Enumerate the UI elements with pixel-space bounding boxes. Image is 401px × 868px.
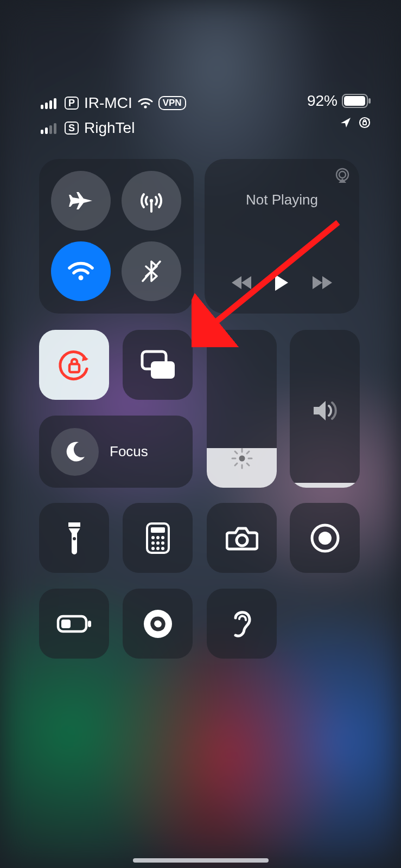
status-right-indicators bbox=[340, 116, 371, 129]
antenna-icon bbox=[137, 187, 166, 215]
carrier-1-label: IR-MCI bbox=[84, 94, 132, 112]
svg-point-12 bbox=[360, 118, 370, 127]
svg-rect-0 bbox=[41, 105, 43, 109]
connectivity-platter[interactable] bbox=[39, 159, 194, 314]
airplay-audio-icon[interactable] bbox=[333, 167, 352, 185]
ear-icon bbox=[230, 608, 254, 640]
sim-type-badge: P bbox=[65, 97, 79, 110]
status-row-secondary: S RighTel bbox=[41, 117, 371, 139]
shazam-button[interactable] bbox=[123, 589, 193, 659]
shazam-icon bbox=[143, 609, 173, 639]
svg-rect-22 bbox=[151, 361, 175, 379]
rotation-lock-icon bbox=[56, 347, 92, 383]
svg-point-40 bbox=[156, 541, 160, 545]
screen-mirroring-button[interactable] bbox=[123, 330, 193, 400]
svg-rect-20 bbox=[69, 364, 79, 372]
brightness-icon bbox=[207, 446, 277, 470]
focus-circle bbox=[51, 428, 99, 476]
svg-rect-9 bbox=[45, 127, 48, 134]
svg-point-37 bbox=[156, 536, 160, 539]
control-center: P IR-MCI VPN 92% S RighTel bbox=[0, 0, 401, 868]
svg-rect-1 bbox=[45, 103, 48, 109]
wifi-icon bbox=[138, 97, 153, 109]
flashlight-icon bbox=[65, 520, 84, 556]
svg-point-47 bbox=[319, 532, 332, 545]
camera-icon bbox=[226, 525, 258, 551]
battery-low-icon bbox=[56, 614, 92, 634]
wifi-icon bbox=[66, 256, 96, 286]
sim-type-badge-2: S bbox=[65, 122, 79, 135]
hearing-button[interactable] bbox=[207, 589, 277, 659]
svg-rect-6 bbox=[344, 96, 365, 106]
brightness-slider[interactable] bbox=[207, 330, 277, 488]
calculator-button[interactable] bbox=[123, 503, 193, 573]
svg-point-43 bbox=[156, 547, 160, 550]
battery-icon bbox=[342, 94, 371, 108]
orientation-lock-toggle[interactable] bbox=[39, 330, 109, 400]
svg-rect-32 bbox=[68, 527, 80, 528]
fast-forward-button[interactable] bbox=[309, 275, 333, 291]
status-bar: P IR-MCI VPN 92% S RighTel bbox=[41, 92, 371, 139]
cellular-data-toggle[interactable] bbox=[122, 171, 181, 231]
carrier-2-label: RighTel bbox=[84, 119, 135, 137]
svg-rect-49 bbox=[61, 620, 71, 628]
svg-point-38 bbox=[161, 536, 164, 539]
svg-line-28 bbox=[235, 451, 237, 454]
now-playing-label: Not Playing bbox=[205, 192, 359, 208]
play-button[interactable] bbox=[273, 273, 290, 292]
svg-point-39 bbox=[151, 541, 155, 545]
svg-point-23 bbox=[239, 456, 245, 462]
svg-rect-3 bbox=[54, 98, 56, 109]
low-power-mode-button[interactable] bbox=[39, 589, 109, 659]
rotation-lock-indicator-icon bbox=[358, 116, 371, 129]
calculator-icon bbox=[146, 522, 170, 554]
home-indicator[interactable] bbox=[133, 858, 269, 863]
svg-rect-50 bbox=[88, 621, 91, 627]
airplane-icon bbox=[67, 187, 95, 215]
svg-rect-2 bbox=[49, 100, 52, 109]
svg-point-4 bbox=[144, 105, 147, 108]
svg-point-36 bbox=[151, 536, 155, 539]
location-arrow-icon bbox=[340, 117, 352, 129]
wifi-toggle[interactable] bbox=[51, 241, 111, 301]
battery-percent-label: 92% bbox=[307, 92, 338, 110]
svg-point-42 bbox=[151, 547, 155, 550]
screen-mirroring-icon bbox=[139, 349, 177, 381]
bluetooth-off-icon bbox=[138, 258, 164, 284]
signal-bars-icon bbox=[41, 97, 59, 109]
svg-point-45 bbox=[237, 535, 247, 546]
svg-rect-13 bbox=[363, 122, 366, 125]
svg-point-51 bbox=[144, 610, 172, 638]
svg-point-33 bbox=[73, 537, 76, 540]
volume-slider[interactable] bbox=[290, 330, 360, 488]
status-row-primary: P IR-MCI VPN 92% bbox=[41, 92, 371, 114]
focus-label: Focus bbox=[110, 443, 148, 460]
screen-record-button[interactable] bbox=[290, 503, 360, 573]
svg-point-44 bbox=[161, 547, 164, 550]
volume-fill bbox=[290, 483, 360, 488]
svg-line-29 bbox=[247, 463, 249, 465]
svg-rect-8 bbox=[41, 130, 43, 134]
svg-line-31 bbox=[247, 451, 249, 454]
svg-rect-35 bbox=[151, 527, 165, 533]
airplane-mode-toggle[interactable] bbox=[51, 171, 111, 231]
svg-point-16 bbox=[79, 276, 84, 280]
svg-line-30 bbox=[235, 463, 237, 465]
rewind-button[interactable] bbox=[231, 275, 254, 291]
media-controls-platter[interactable]: Not Playing bbox=[205, 159, 359, 314]
moon-icon bbox=[62, 439, 87, 464]
signal-bars-2-icon bbox=[41, 122, 59, 134]
svg-point-18 bbox=[339, 171, 346, 178]
screen-record-icon bbox=[310, 523, 340, 553]
svg-point-41 bbox=[161, 541, 164, 545]
battery-status: 92% bbox=[307, 92, 371, 110]
volume-icon bbox=[290, 399, 360, 422]
camera-button[interactable] bbox=[207, 503, 277, 573]
svg-rect-11 bbox=[54, 123, 56, 134]
focus-button[interactable]: Focus bbox=[39, 416, 193, 488]
svg-rect-10 bbox=[49, 125, 52, 134]
svg-rect-7 bbox=[368, 98, 371, 104]
bluetooth-toggle[interactable] bbox=[122, 241, 181, 301]
media-transport-controls bbox=[205, 273, 359, 292]
flashlight-button[interactable] bbox=[39, 503, 109, 573]
